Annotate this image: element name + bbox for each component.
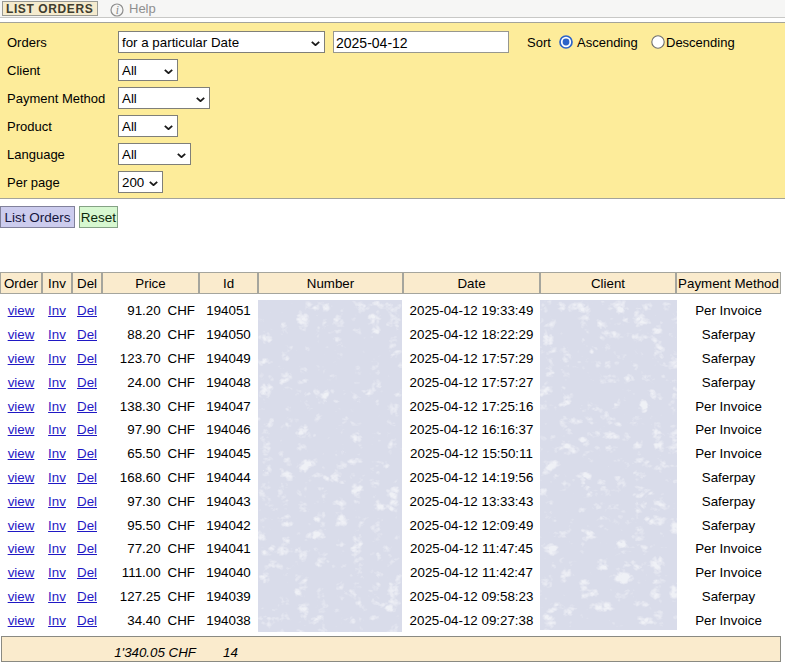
svg-text:i: i: [116, 4, 119, 16]
